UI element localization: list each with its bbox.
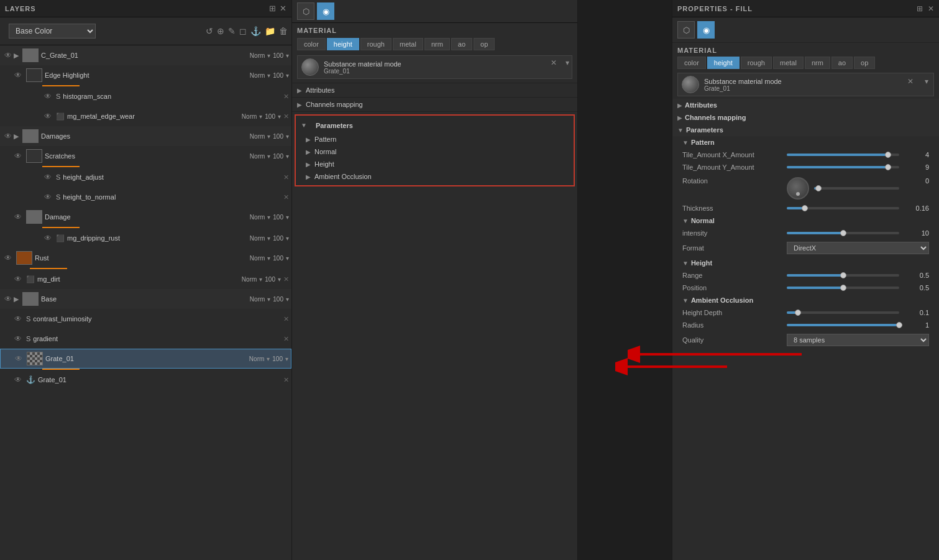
tab-metal[interactable]: metal	[393, 38, 423, 50]
rotation-knob[interactable]	[787, 177, 809, 200]
layer-row[interactable]: 👁 ▶ C_Grate_01 Norm ▾ 100 ▾	[0, 45, 291, 65]
channels-mapping-header[interactable]: ▶ Channels mapping	[672, 111, 939, 124]
prop-tab-ao[interactable]: ao	[831, 57, 853, 69]
slider-track[interactable]	[787, 287, 899, 289]
paint-icon[interactable]: ✎	[228, 26, 236, 36]
tab-height[interactable]: height	[327, 38, 359, 50]
prop-tab-height[interactable]: height	[707, 57, 740, 69]
slider-track[interactable]	[787, 311, 899, 314]
param-slider-position[interactable]	[787, 287, 899, 289]
attributes-section[interactable]: ▶ Attributes	[292, 83, 577, 98]
attributes-header[interactable]: ▶ Attributes	[672, 99, 939, 111]
slider-track[interactable]	[787, 166, 899, 168]
prop-tab-color[interactable]: color	[677, 57, 706, 69]
substance-dropdown-btn[interactable]: ▾	[566, 58, 569, 67]
parameters-header[interactable]: ▼ Parameters	[296, 118, 574, 133]
visibility-icon[interactable]: 👁	[42, 193, 53, 201]
slider-track[interactable]	[787, 232, 899, 234]
remove-filter-btn[interactable]: ✕	[283, 335, 289, 343]
layer-channel-dropdown[interactable]: Base Color	[9, 24, 96, 39]
maximize-icon[interactable]: ⊞	[917, 4, 923, 13]
view-icon-sphere[interactable]: ⬡	[297, 2, 314, 20]
slider-thumb[interactable]	[795, 310, 801, 316]
visibility-icon[interactable]: 👁	[12, 334, 24, 343]
pattern-header[interactable]: ▼ Pattern	[672, 136, 939, 149]
tab-rough[interactable]: rough	[360, 38, 392, 50]
prop-tab-metal[interactable]: metal	[773, 57, 804, 69]
anchor-icon[interactable]: ⚓	[250, 26, 261, 36]
delete-icon[interactable]: 🗑	[279, 26, 288, 36]
slider-thumb[interactable]	[885, 152, 891, 158]
ambient-occlusion-header[interactable]: ▼ Ambient Occlusion	[672, 294, 939, 306]
view-icon-sphere[interactable]: ⬡	[677, 21, 695, 39]
param-slider-intensity[interactable]	[787, 232, 899, 234]
close-icon[interactable]: ✕	[280, 4, 286, 13]
slider-thumb[interactable]	[896, 322, 902, 328]
height-header[interactable]: ▼ Height	[672, 257, 939, 269]
tab-ao[interactable]: ao	[451, 38, 472, 50]
visibility-icon[interactable]: 👁	[42, 173, 53, 181]
slider-track[interactable]	[787, 207, 899, 209]
prop-tab-op[interactable]: op	[854, 57, 875, 69]
visibility-icon[interactable]: 👁	[12, 152, 24, 160]
tab-op[interactable]: op	[474, 38, 495, 50]
layer-row[interactable]: 👁 ⬛ mg_dirt Norm ▾ 100 ▾ ✕	[0, 269, 291, 289]
slider-thumb[interactable]	[885, 164, 891, 170]
slider-track[interactable]	[814, 187, 899, 190]
layer-row[interactable]: 👁 ⬛ mg_metal_edge_wear Norm ▾ 100 ▾ ✕	[0, 106, 291, 126]
normal-header[interactable]: ▼ Normal	[672, 214, 939, 227]
channels-mapping-section[interactable]: ▶ Channels mapping	[292, 98, 577, 112]
view-icon-material[interactable]: ◉	[317, 2, 334, 20]
visibility-icon[interactable]: 👁	[2, 254, 14, 262]
visibility-icon[interactable]: 👁	[42, 234, 53, 242]
add-mask-icon[interactable]: ⊕	[217, 26, 224, 36]
param-slider-thickness[interactable]	[787, 207, 899, 209]
layer-row[interactable]: 👁 Edge Highlight Norm ▾ 100 ▾	[0, 65, 291, 85]
param-slider-height-depth[interactable]	[787, 311, 899, 314]
transform-icon[interactable]: ↺	[206, 26, 213, 36]
restore-icon[interactable]: ⊞	[269, 4, 276, 13]
layer-row[interactable]: 👁 ▶ Damages Norm ▾ 100 ▾	[0, 126, 291, 146]
prop-tab-nrm[interactable]: nrm	[805, 57, 830, 69]
visibility-icon[interactable]: 👁	[12, 275, 24, 283]
slider-track[interactable]	[787, 154, 899, 156]
slider-track[interactable]	[787, 324, 899, 326]
remove-filter-btn[interactable]: ✕	[283, 315, 289, 323]
fill-icon[interactable]: ◻	[239, 26, 247, 36]
pattern-subsection[interactable]: ▶ Pattern	[296, 133, 574, 145]
slider-thumb[interactable]	[802, 205, 808, 211]
folder-icon[interactable]: 📁	[265, 26, 275, 36]
remove-filter-btn[interactable]: ✕	[283, 173, 289, 181]
substance-close-btn[interactable]: ✕	[907, 77, 914, 86]
tab-color[interactable]: color	[297, 38, 326, 50]
view-icon-material[interactable]: ◉	[697, 21, 715, 39]
slider-thumb[interactable]	[840, 272, 846, 278]
prop-tab-rough[interactable]: rough	[741, 57, 772, 69]
layer-row[interactable]: 👁 ⚓ Grate_01 ✕	[0, 370, 291, 390]
substance-dropdown-btn[interactable]: ▾	[925, 77, 928, 86]
layer-row[interactable]: 👁 Grate_01 Norm ▾ 100 ▾	[0, 349, 291, 369]
layer-row[interactable]: 👁 ⬛ mg_dripping_rust Norm ▾ 100 ▾	[0, 228, 291, 248]
format-dropdown[interactable]: DirectX	[787, 242, 929, 254]
param-slider-tile-y[interactable]	[787, 166, 899, 168]
param-slider-radius[interactable]	[787, 324, 899, 326]
layer-row[interactable]: 👁 Rust Norm ▾ 100 ▾	[0, 248, 291, 268]
slider-thumb[interactable]	[840, 285, 846, 291]
close-icon[interactable]: ✕	[928, 4, 934, 13]
normal-subsection[interactable]: ▶ Normal	[296, 145, 574, 158]
height-subsection[interactable]: ▶ Height	[296, 158, 574, 170]
layer-row[interactable]: 👁 S height_to_normal ✕	[0, 187, 291, 207]
visibility-icon[interactable]: 👁	[42, 112, 53, 121]
visibility-icon[interactable]: 👁	[13, 354, 24, 363]
remove-filter-btn[interactable]: ✕	[283, 193, 289, 201]
layer-row[interactable]: 👁 S height_adjust ✕	[0, 167, 291, 187]
substance-close-btn[interactable]: ✕	[551, 58, 557, 67]
tab-nrm[interactable]: nrm	[424, 38, 450, 50]
visibility-icon[interactable]: 👁	[12, 71, 24, 80]
slider-track[interactable]	[787, 274, 899, 277]
param-slider-tile-x[interactable]	[787, 154, 899, 156]
visibility-icon[interactable]: 👁	[2, 295, 14, 303]
remove-btn[interactable]: ✕	[283, 275, 289, 283]
visibility-icon[interactable]: 👁	[12, 375, 24, 384]
visibility-icon[interactable]: 👁	[2, 132, 14, 140]
